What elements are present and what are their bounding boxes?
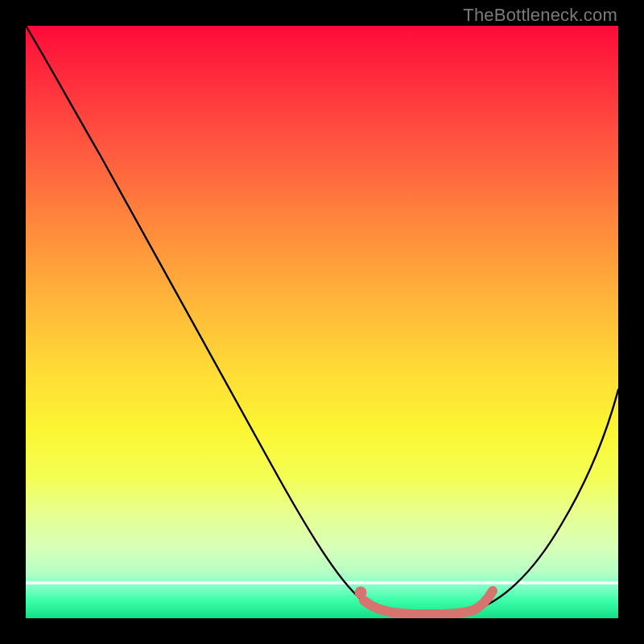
bottleneck-curve xyxy=(26,26,618,618)
optimal-range-highlight xyxy=(364,591,493,614)
main-curve xyxy=(26,26,618,614)
attribution-text: TheBottleneck.com xyxy=(463,5,617,26)
plot-area xyxy=(26,26,618,618)
optimal-marker-dot xyxy=(355,587,367,599)
chart-container: TheBottleneck.com xyxy=(0,0,644,644)
